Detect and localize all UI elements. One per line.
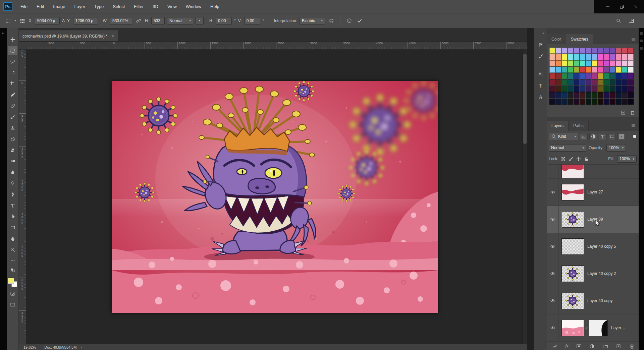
swatch[interactable]: [574, 86, 579, 92]
menu-filter[interactable]: Filter: [134, 4, 144, 9]
commit-transform-button[interactable]: [356, 17, 364, 25]
swatch[interactable]: [592, 60, 597, 66]
swatch[interactable]: [586, 79, 591, 85]
swatch[interactable]: [628, 67, 634, 73]
swatch[interactable]: [616, 79, 622, 85]
workspace-layout-icon[interactable]: [627, 17, 635, 25]
tool-edit-toolbar[interactable]: [8, 256, 17, 265]
swatch[interactable]: [586, 67, 591, 73]
filter-adjustment-layers-button[interactable]: [589, 133, 597, 140]
tool-marquee[interactable]: [8, 46, 17, 55]
tool-move[interactable]: [8, 35, 17, 44]
swatch[interactable]: [604, 92, 609, 98]
swatch[interactable]: [610, 86, 615, 92]
adjustment-layer-button[interactable]: [589, 344, 595, 349]
swatch[interactable]: [555, 48, 561, 54]
swatch[interactable]: [574, 99, 579, 105]
swatch[interactable]: [616, 54, 622, 60]
layer-name[interactable]: Layer 40 copy 5: [587, 244, 616, 249]
swatch[interactable]: [604, 67, 609, 73]
swatch[interactable]: [568, 54, 573, 60]
tool-eraser[interactable]: [8, 145, 17, 155]
add-mask-button[interactable]: [576, 344, 582, 349]
canvas-area[interactable]: [26, 50, 522, 344]
search-icon[interactable]: [614, 17, 623, 25]
swatch[interactable]: [604, 54, 609, 60]
swatch[interactable]: [610, 99, 615, 105]
layer-thumbnail[interactable]: [561, 165, 584, 179]
tool-pen[interactable]: [8, 190, 17, 199]
swatch[interactable]: [580, 92, 585, 98]
delete-layer-button[interactable]: [629, 344, 635, 349]
swatch[interactable]: [549, 79, 555, 85]
swatch[interactable]: [610, 73, 615, 79]
swatch[interactable]: [549, 67, 555, 73]
rotate-input[interactable]: 0.00: [216, 17, 232, 24]
swatch[interactable]: [574, 79, 579, 85]
filter-type-layers-button[interactable]: [599, 133, 606, 140]
vertical-ruler[interactable]: 5000500100015002000250030003500: [19, 50, 26, 344]
tab-layers[interactable]: Layers: [547, 121, 569, 131]
swatch[interactable]: [568, 79, 573, 85]
vertical-scrollbar[interactable]: [522, 50, 527, 344]
fill-input[interactable]: 100%▾: [617, 155, 637, 163]
left-dock-expand-icon[interactable]: »: [2, 31, 4, 35]
swatch[interactable]: [555, 86, 561, 92]
scrollbar-thumb[interactable]: [523, 54, 527, 144]
swatch[interactable]: [616, 86, 622, 92]
visibility-toggle[interactable]: [547, 314, 559, 341]
swatch[interactable]: [622, 79, 628, 85]
swatch[interactable]: [574, 48, 579, 54]
menu-type[interactable]: Type: [94, 4, 104, 9]
vskew-input[interactable]: 0.00: [244, 17, 260, 24]
swatch[interactable]: [568, 73, 573, 79]
swatch[interactable]: [616, 92, 622, 98]
swatch[interactable]: [592, 54, 597, 60]
swatch[interactable]: [604, 73, 609, 79]
swatch[interactable]: [598, 48, 603, 54]
swatch[interactable]: [555, 67, 561, 73]
tool-blur[interactable]: [8, 168, 17, 177]
swatch[interactable]: [628, 79, 634, 85]
visibility-toggle[interactable]: [547, 179, 559, 206]
visibility-toggle[interactable]: [547, 287, 559, 314]
link-layers-button[interactable]: [552, 344, 557, 349]
swatch[interactable]: [610, 67, 615, 73]
tool-wand[interactable]: [8, 68, 17, 77]
cancel-transform-button[interactable]: [345, 17, 353, 25]
swatch[interactable]: [549, 86, 555, 92]
filter-pixel-layers-button[interactable]: [580, 133, 588, 140]
extra-select[interactable]: ▾: [196, 17, 204, 24]
layer-row[interactable]: Layer 27: [547, 179, 639, 206]
y-input[interactable]: 1206.00 p: [73, 17, 98, 24]
lock-pixels-button[interactable]: [568, 156, 574, 162]
tool-preset-caret-icon[interactable]: ▾: [14, 19, 16, 22]
swatch[interactable]: [592, 79, 597, 85]
swatch[interactable]: [580, 54, 585, 60]
tool-brush[interactable]: [8, 112, 17, 121]
swatch[interactable]: [574, 92, 579, 98]
layer-thumbnail[interactable]: [561, 320, 584, 336]
delete-swatch-button[interactable]: [630, 110, 635, 115]
x-input[interactable]: 5034.00 p: [35, 17, 60, 24]
collapsed-panel-icon[interactable]: [640, 32, 643, 35]
swatch[interactable]: [592, 99, 597, 105]
swatch[interactable]: [561, 60, 567, 66]
swatch[interactable]: [561, 67, 567, 73]
layer-name[interactable]: Layer 40 copy: [587, 298, 612, 303]
panel-icon-paragraph[interactable]: ¶: [536, 81, 545, 90]
swatch[interactable]: [616, 99, 622, 105]
swatch[interactable]: [549, 48, 555, 54]
interpolation-select[interactable]: Bicubic▾: [300, 17, 325, 24]
mode-select[interactable]: Normal▾: [167, 17, 193, 24]
swatch[interactable]: [592, 48, 597, 54]
panel-menu-icon[interactable]: [631, 121, 639, 131]
swatch[interactable]: [568, 60, 573, 66]
menu-view[interactable]: View: [167, 4, 177, 9]
layer-mask-thumbnail[interactable]: [589, 320, 608, 336]
swatch[interactable]: [555, 92, 561, 98]
tab-paths[interactable]: Paths: [569, 121, 589, 131]
screen-mode-button[interactable]: [8, 300, 17, 309]
swatch[interactable]: [549, 60, 555, 66]
menu-file[interactable]: File: [20, 4, 28, 9]
